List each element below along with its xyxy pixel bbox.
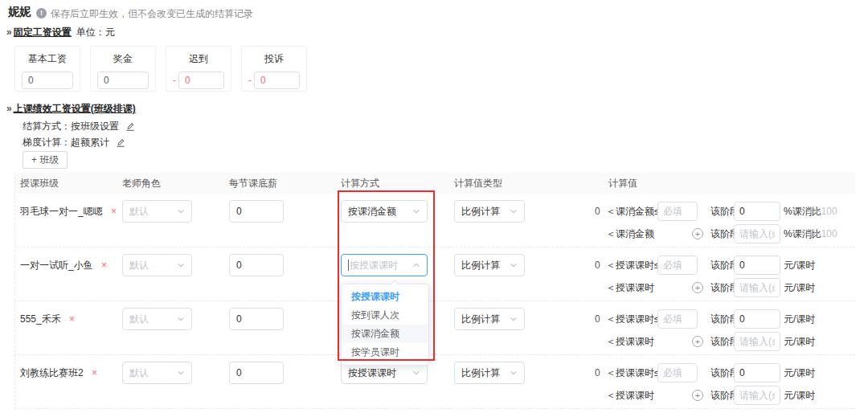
calc-method-select[interactable]: 按课消金额 xyxy=(341,200,428,223)
minus-sign: - xyxy=(248,75,252,86)
stage-value-input[interactable] xyxy=(734,278,780,297)
base-pay-input[interactable] xyxy=(229,308,284,330)
remove-class-icon[interactable]: × xyxy=(92,367,97,378)
base-pay-input[interactable] xyxy=(229,200,284,223)
tier-upper-bound-input[interactable] xyxy=(657,309,698,329)
add-tier-icon[interactable]: + xyxy=(692,282,703,293)
base-salary-input[interactable] xyxy=(22,72,73,89)
edit-icon[interactable] xyxy=(116,138,125,148)
range-hint: 0~100 xyxy=(810,200,837,223)
tier-condition: ＜授课课时 xyxy=(606,278,654,297)
teacher-role-select[interactable]: 默认 xyxy=(122,254,192,276)
fixed-salary-section-header: »固定工资设置单位：元 xyxy=(6,26,115,39)
teacher-role-select[interactable]: 默认 xyxy=(122,362,192,384)
value-type-select[interactable]: 比例计算 xyxy=(454,362,525,384)
text-cursor xyxy=(348,260,349,271)
edit-icon[interactable] xyxy=(125,122,135,132)
chevron-down-icon xyxy=(177,261,185,269)
col-header-class: 授课班级 xyxy=(20,173,59,194)
value-type-select[interactable]: 比例计算 xyxy=(454,200,525,223)
card-label: 投诉 xyxy=(242,52,306,66)
remove-class-icon[interactable]: × xyxy=(111,206,117,217)
dropdown-option[interactable]: 按到课人次 xyxy=(342,306,428,325)
tier-condition: ＜课消金额 xyxy=(606,224,654,243)
col-header-base-pay: 每节课底薪 xyxy=(229,173,277,194)
stage-value-input[interactable] xyxy=(734,224,780,243)
chevron-up-icon xyxy=(412,261,420,269)
value-type-select[interactable]: 比例计算 xyxy=(454,308,525,330)
chevron-down-icon xyxy=(510,207,518,215)
teacher-role-select[interactable]: 默认 xyxy=(122,200,192,223)
salary-settings-page: 妮妮 ! 保存后立即生效，但不会改变已生成的结算记录 »固定工资设置单位：元 基… xyxy=(0,0,868,413)
tier-condition: ＜授课课时≤ xyxy=(606,308,660,330)
salary-card-base: 基本工资 xyxy=(14,46,80,92)
tier-upper-bound-input[interactable] xyxy=(657,256,698,275)
value-type-select[interactable]: 比例计算 xyxy=(454,254,525,276)
add-tier-icon[interactable]: + xyxy=(692,336,703,347)
card-label: 迟到 xyxy=(166,52,231,66)
tier-condition: ＜授课课时 xyxy=(606,386,654,405)
performance-section-title: 上课绩效工资设置(班级排课) xyxy=(14,103,136,114)
card-label: 基本工资 xyxy=(15,52,80,66)
table-row: 羽毛球一对一_嗯嗯 × 默认 按课消金额 比例计算 0 ＜课消金额≤ 该阶段 %… xyxy=(14,194,855,247)
card-label: 奖金 xyxy=(91,52,155,66)
class-name: 羽毛球一对一_嗯嗯 xyxy=(20,206,103,217)
page-title: 妮妮 xyxy=(8,5,31,19)
calc-method-dropdown: 按授课课时 按到课人次 按课消金额 按学员课时 xyxy=(341,284,429,366)
stage-value-input[interactable] xyxy=(734,309,780,329)
stage-value-input[interactable] xyxy=(734,256,780,275)
complaint-deduction-input[interactable] xyxy=(254,72,300,89)
chevron-down-icon xyxy=(510,315,518,323)
table-row: 一对一试听_小鱼 × 默认 按授课课时 比例计算 0 ＜授课课时≤ 该阶段 元/… xyxy=(14,247,855,301)
calc-method-select-open[interactable]: 按授课课时 xyxy=(341,254,428,276)
class-name: 一对一试听_小鱼 xyxy=(20,260,93,271)
salary-card-bonus: 奖金 xyxy=(90,46,156,92)
save-notice-text: 保存后立即生效，但不会改变已生成的结算记录 xyxy=(51,7,253,21)
settlement-mode-label: 结算方式： xyxy=(23,120,71,133)
add-class-button[interactable]: + 班级 xyxy=(23,151,68,169)
performance-section-header: »上课绩效工资设置(班级排课) xyxy=(6,102,136,116)
table-row: 555_禾禾 × 默认 比例计算 0 ＜授课课时≤ 该阶段 元/课时 ＜授课课时… xyxy=(14,301,855,355)
remove-class-icon[interactable]: × xyxy=(101,260,107,271)
tier-condition: ＜授课课时 xyxy=(606,332,654,351)
teacher-role-select[interactable]: 默认 xyxy=(122,308,192,330)
section-expand-icon[interactable]: » xyxy=(6,27,12,38)
class-name: 555_禾禾 xyxy=(20,313,61,325)
base-pay-input[interactable] xyxy=(229,362,284,384)
tier-condition: ＜课消金额≤ xyxy=(606,200,660,223)
chevron-down-icon xyxy=(510,369,518,377)
tier-upper-bound-input[interactable] xyxy=(657,202,698,221)
range-hint: 0~100 xyxy=(810,224,837,243)
stage-value-input[interactable] xyxy=(734,202,780,221)
stage-value-input[interactable] xyxy=(734,363,780,382)
tier-lower-bound: 0 xyxy=(595,308,600,330)
stage-value-input[interactable] xyxy=(734,332,780,351)
dropdown-option[interactable]: 按课消金额 xyxy=(342,325,428,343)
remove-class-icon[interactable]: × xyxy=(69,313,75,325)
col-header-calc-method: 计算方式 xyxy=(341,173,379,194)
chevron-down-icon xyxy=(412,369,420,377)
table-header: 授课班级 老师角色 每节课底薪 计算方式 计算值类型 计算值 xyxy=(14,173,855,194)
info-icon: ! xyxy=(36,8,47,18)
class-name: 刘教练比赛班2 xyxy=(20,367,84,378)
chevron-down-icon xyxy=(177,369,185,377)
bonus-input[interactable] xyxy=(97,72,149,89)
add-tier-icon[interactable]: + xyxy=(692,228,703,239)
gradient-calc-label: 梯度计算： xyxy=(23,136,71,149)
base-pay-input[interactable] xyxy=(229,254,284,276)
stage-value-input[interactable] xyxy=(734,386,780,405)
late-deduction-input[interactable] xyxy=(178,72,224,89)
unit-label: 元/课时 xyxy=(784,308,815,330)
salary-card-complaint: 投诉 - xyxy=(241,46,307,92)
add-tier-icon[interactable]: + xyxy=(692,390,703,401)
tier-upper-bound-input[interactable] xyxy=(657,363,698,382)
dropdown-option[interactable]: 按学员课时 xyxy=(342,343,428,362)
section-expand-icon[interactable]: » xyxy=(6,103,12,114)
unit-label: 单位：元 xyxy=(76,27,115,38)
tier-lower-bound: 0 xyxy=(595,254,600,276)
table-row: 刘教练比赛班2 × 默认 按授课课时 比例计算 0 ＜授课课时≤ 该阶段 元/课… xyxy=(14,355,855,409)
dropdown-option[interactable]: 按授课课时 xyxy=(342,288,428,306)
fixed-salary-section-title: 固定工资设置 xyxy=(14,27,72,38)
unit-label: 元/课时 xyxy=(784,254,815,276)
gradient-calc-value: 超额累计 xyxy=(71,136,109,149)
